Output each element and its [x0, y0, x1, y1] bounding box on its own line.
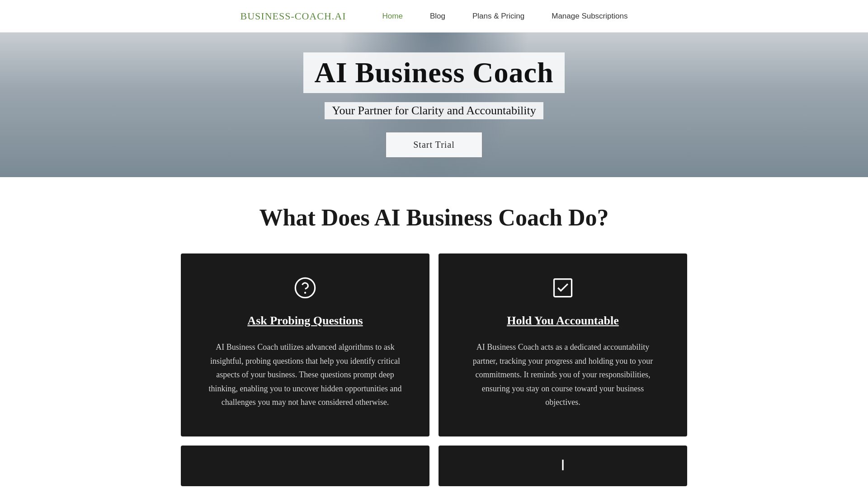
card-probing-questions: Ask Probing Questions AI Business Coach … [181, 253, 429, 436]
card-title-accountable: Hold You Accountable [507, 314, 619, 328]
features-section: What Does AI Business Coach Do? Ask Prob… [0, 204, 868, 486]
bottom-cards-partial [172, 446, 696, 486]
cards-grid: Ask Probing Questions AI Business Coach … [172, 253, 696, 436]
hero-section: AI Business Coach Your Partner for Clari… [0, 33, 868, 177]
card-title-probing: Ask Probing Questions [247, 314, 363, 328]
nav-item-subscriptions[interactable]: Manage Subscriptions [552, 12, 627, 21]
nav-links: Home Blog Plans & Pricing Manage Subscri… [382, 12, 628, 21]
nav-logo[interactable]: BUSINESS-COACH.AI [241, 10, 346, 22]
start-trial-button[interactable]: Start Trial [386, 132, 482, 158]
hero-subtitle: Your Partner for Clarity and Accountabil… [325, 102, 543, 119]
logo-text: BUSINESS-COACH. [241, 10, 335, 22]
nav-item-blog[interactable]: Blog [430, 12, 445, 21]
nav-link-home[interactable]: Home [382, 12, 403, 20]
nav-item-home[interactable]: Home [382, 12, 403, 21]
card-accountable: Hold You Accountable AI Business Coach a… [439, 253, 687, 436]
card-partial-left [181, 446, 429, 486]
checkbox-icon [551, 276, 575, 303]
card-desc-accountable: AI Business Coach acts as a dedicated ac… [466, 340, 660, 409]
bar-chart-icon [554, 456, 572, 476]
hero-content: AI Business Coach Your Partner for Clari… [303, 52, 564, 158]
hero-title: AI Business Coach [303, 52, 564, 93]
nav-item-plans[interactable]: Plans & Pricing [472, 12, 524, 21]
svg-point-0 [295, 278, 315, 297]
card-partial-right [439, 446, 687, 486]
nav-link-blog[interactable]: Blog [430, 12, 445, 20]
logo-ai: AI [335, 10, 346, 22]
features-heading: What Does AI Business Coach Do? [0, 204, 868, 231]
nav-link-subscriptions[interactable]: Manage Subscriptions [552, 12, 627, 20]
navigation: BUSINESS-COACH.AI Home Blog Plans & Pric… [0, 0, 868, 33]
nav-link-plans[interactable]: Plans & Pricing [472, 12, 524, 20]
question-circle-icon [293, 276, 317, 303]
card-desc-probing: AI Business Coach utilizes advanced algo… [208, 340, 402, 409]
